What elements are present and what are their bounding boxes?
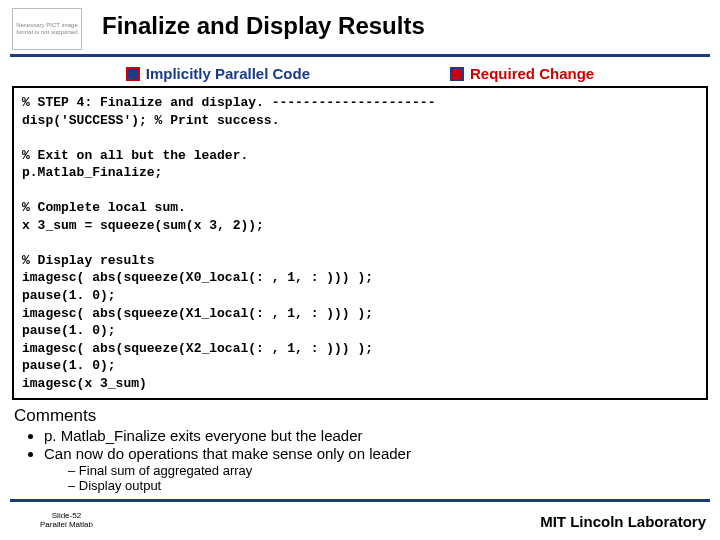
comments-bullets: p. Matlab_Finalize exits everyone but th… [44,427,706,462]
legend-parallel-label: Implicitly Parallel Code [146,65,310,82]
slide-footer: Slide-52 Parallel Matlab MIT Lincoln Lab… [0,511,720,530]
legend-required: Required Change [450,65,594,82]
code-block: % STEP 4: Finalize and display. --------… [12,86,708,400]
list-item: Can now do operations that make sense on… [44,445,706,462]
swatch-blue-icon [126,67,140,81]
slide-sub: Parallel Matlab [40,520,93,530]
comments-dashes: Final sum of aggregated array Display ou… [68,463,706,493]
list-item: Final sum of aggregated array [68,463,706,478]
slide-title: Finalize and Display Results [102,12,425,40]
comments-section: Comments p. Matlab_Finalize exits everyo… [14,406,706,493]
swatch-red-icon [450,67,464,81]
legend: Implicitly Parallel Code Required Change [0,63,720,86]
list-item: Display output [68,478,706,493]
legend-required-label: Required Change [470,65,594,82]
list-item: p. Matlab_Finalize exits everyone but th… [44,427,706,444]
legend-parallel: Implicitly Parallel Code [126,65,310,82]
footer-org: MIT Lincoln Laboratory [540,513,706,530]
slide-header: Necessary PICT image format is not suppo… [0,0,720,50]
slide-number: Slide-52 [40,511,93,521]
footer-left: Slide-52 Parallel Matlab [40,511,93,530]
divider-bottom [10,499,710,502]
image-placeholder: Necessary PICT image format is not suppo… [12,8,82,50]
comments-heading: Comments [14,406,706,426]
divider-top [10,54,710,57]
